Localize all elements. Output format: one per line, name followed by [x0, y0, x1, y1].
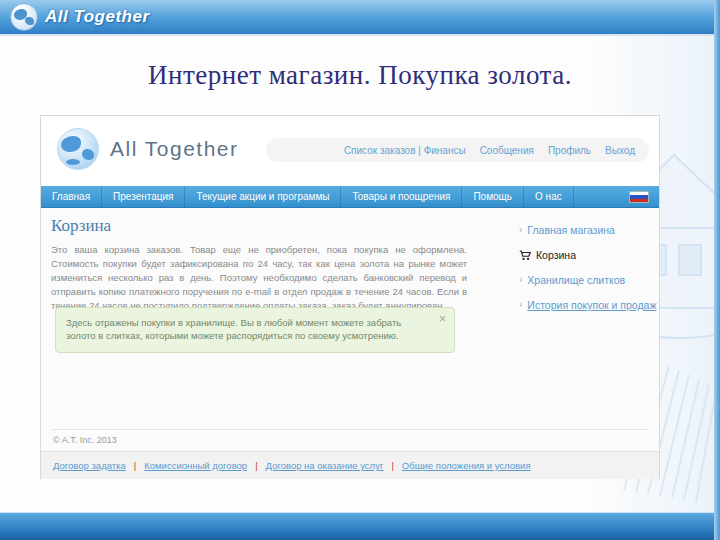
- cart-icon: [519, 250, 531, 261]
- user-links-bar: Список заказов | Финансы Сообщения Профи…: [266, 138, 649, 162]
- nav-item-about[interactable]: О нас: [524, 186, 574, 207]
- globe-icon: [10, 3, 38, 31]
- info-alert-text: Здесь отражены покупки в хранилище. Вы в…: [66, 316, 426, 342]
- close-icon[interactable]: ×: [439, 313, 446, 325]
- site-header: All Together Список заказов | Финансы Со…: [41, 116, 659, 186]
- brand-logo: All Together: [10, 3, 150, 31]
- sidebar-item-cart[interactable]: Корзина: [519, 243, 659, 268]
- nav-item-promotions[interactable]: Текущие акции и программы: [185, 186, 341, 207]
- chevron-right-icon: ›: [519, 300, 522, 310]
- orders-finance-link[interactable]: Список заказов | Финансы: [344, 145, 466, 156]
- nav-item-help[interactable]: Помощь: [462, 186, 524, 207]
- messages-link[interactable]: Сообщения: [480, 145, 534, 156]
- site-footer-links: Договор задатка | Комиссионный договор |…: [41, 451, 659, 479]
- website-screenshot: All Together Список заказов | Финансы Со…: [40, 115, 660, 479]
- chevron-right-icon: ›: [519, 225, 522, 235]
- slide-title: Интернет магазин. Покупка золота.: [0, 60, 720, 91]
- globe-icon: [57, 128, 99, 170]
- profile-link[interactable]: Профиль: [548, 145, 591, 156]
- sidebar-item-label: Главная магазина: [527, 224, 615, 236]
- slide-bottom-bar: [0, 512, 720, 540]
- brand-name: All Together: [45, 7, 150, 27]
- site-logo-text: All Together: [110, 137, 239, 161]
- logout-link[interactable]: Выход: [605, 145, 635, 156]
- footer-separator: |: [134, 460, 136, 471]
- sidebar-item-history[interactable]: › История покупок и продаж: [519, 293, 659, 318]
- cart-intro-text: Это ваша корзина заказов. Товар еще не п…: [51, 243, 467, 313]
- info-alert: Здесь отражены покупки в хранилище. Вы в…: [55, 307, 455, 353]
- slide-right-stripe: [714, 0, 720, 540]
- nav-item-goods[interactable]: Товары и поощрения: [341, 186, 462, 207]
- sidebar-item-vault[interactable]: › Хранилище слитков: [519, 268, 659, 293]
- russian-flag-icon[interactable]: [629, 191, 649, 203]
- chevron-right-icon: ›: [519, 275, 522, 285]
- footer-separator: |: [391, 460, 393, 471]
- footer-link-terms[interactable]: Общие положения и условия: [402, 460, 531, 471]
- sidebar-item-label: Хранилище слитков: [527, 274, 625, 286]
- copyright-text: © A.T. Inc. 2013: [53, 435, 117, 445]
- footer-link-services-contract[interactable]: Договор на оказание услуг: [266, 460, 384, 471]
- footer-link-deposit-contract[interactable]: Договор задатка: [53, 460, 126, 471]
- shop-sidebar: › Главная магазина Корзина › Хранилище с…: [519, 218, 659, 318]
- sidebar-item-shop-home[interactable]: › Главная магазина: [519, 218, 659, 243]
- nav-item-home[interactable]: Главная: [41, 186, 102, 207]
- site-logo[interactable]: All Together: [57, 128, 239, 170]
- page-title: Корзина: [51, 216, 111, 236]
- sidebar-item-label: Корзина: [536, 249, 576, 261]
- sidebar-item-label: История покупок и продаж: [527, 299, 656, 311]
- slide-top-bar: All Together: [0, 0, 720, 36]
- footer-divider: [51, 429, 649, 430]
- nav-item-presentation[interactable]: Презентация: [102, 186, 185, 207]
- footer-link-commission-contract[interactable]: Комиссионный договор: [144, 460, 247, 471]
- main-nav: Главная Презентация Текущие акции и прог…: [41, 186, 659, 208]
- footer-separator: |: [255, 460, 257, 471]
